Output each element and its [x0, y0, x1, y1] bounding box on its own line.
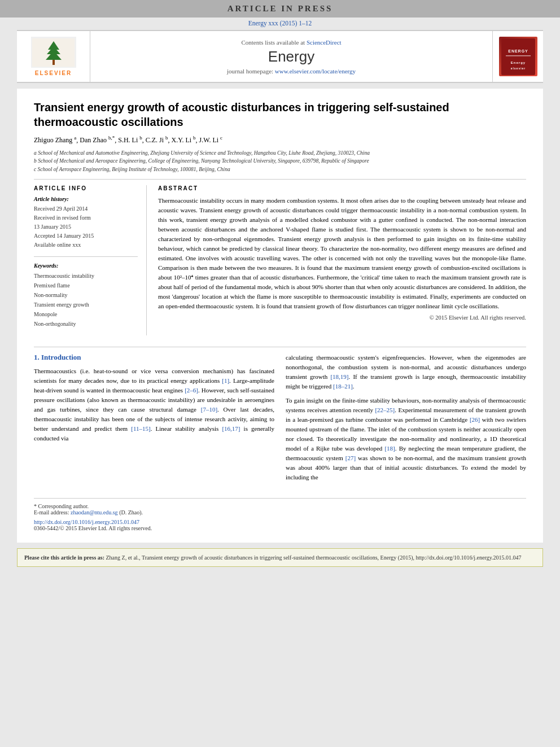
elsevier-logo-area: ELSEVIER [17, 31, 90, 82]
energy-logo-area: ENERGY Energy elsevier [492, 31, 543, 82]
email-note: E-mail address: zhaodan@ntu.edu.sg (D. Z… [34, 509, 526, 516]
intro-heading: 1. Introduction [34, 353, 274, 362]
homepage-line: journal homepage: www.elsevier.com/locat… [227, 68, 356, 75]
svg-rect-8 [506, 55, 531, 56]
cite-16-17[interactable]: [16,17] [222, 425, 240, 432]
journal-header-center: Contents lists available at ScienceDirec… [90, 31, 492, 82]
authors-line: Zhiguo Zhang a, Dan Zhao b,*, S.H. Li b,… [34, 135, 526, 145]
history-title: Article history: [34, 196, 138, 202]
abstract-copyright: © 2015 Elsevier Ltd. All rights reserved… [158, 314, 526, 321]
cite-26[interactable]: [26] [470, 416, 480, 423]
abstract-label: ABSTRACT [158, 185, 526, 191]
author-zhang-affil: a [74, 135, 76, 141]
received-date: Received 29 April 2014 [34, 204, 138, 213]
received-revised-label: Received in revised form [34, 213, 138, 222]
revised-date: 13 January 2015 [34, 222, 138, 231]
doi-line: http://dx.doi.org/10.1016/j.energy.2015.… [34, 519, 526, 525]
sciencedirect-line: Contents lists available at ScienceDirec… [241, 39, 341, 46]
svg-text:Energy: Energy [510, 61, 525, 64]
author-zhao: Dan Zhao [80, 136, 107, 144]
energy-journal-logo: ENERGY Energy elsevier [499, 37, 537, 76]
affiliation-b: b School of Mechanical and Aerospace Eng… [34, 157, 526, 165]
keywords-block: Keywords: Thermoacoustic instability Pre… [34, 263, 138, 329]
elsevier-logo: ELSEVIER [31, 37, 76, 76]
journal-header: ELSEVIER Contents lists available at Sci… [17, 30, 543, 83]
article-info-abstract-layout: ARTICLE INFO Article history: Received 2… [34, 185, 526, 335]
author-li-sh: S.H. Li [118, 136, 138, 144]
separator [34, 179, 526, 180]
journal-title: Energy [268, 48, 314, 65]
cite-18-21[interactable]: [18–21] [333, 383, 353, 390]
svg-text:ENERGY: ENERGY [508, 49, 528, 53]
cite-18-19[interactable]: [18,19] [330, 373, 348, 380]
affiliation-a: a School of Mechanical and Automotive En… [34, 149, 526, 157]
author-li-xy: X.Y. Li [172, 136, 191, 144]
elsevier-text-label: ELSEVIER [35, 70, 72, 76]
email-link[interactable]: zhaodan@ntu.edu.sg [71, 509, 118, 516]
article-info-label: ARTICLE INFO [34, 185, 138, 191]
article-title: Transient energy growth of acoustic dist… [34, 100, 526, 129]
keyword-2: Premixed flame [34, 281, 138, 290]
author-ji-affil: b [165, 135, 168, 141]
press-bar: ARTICLE IN PRESS [0, 0, 560, 18]
doi-link[interactable]: http://dx.doi.org/10.1016/j.energy.2015.… [34, 519, 139, 525]
intro-left-col: 1. Introduction Thermoacoustics (i.e. he… [34, 353, 274, 487]
svg-text:elsevier: elsevier [510, 67, 526, 70]
info-separator [34, 256, 138, 257]
journal-reference: Energy xxx (2015) 1–12 [0, 18, 560, 30]
article-history-block: Article history: Received 29 April 2014 … [34, 196, 138, 250]
affiliation-c: c School of Aerospace Engineering, Beiji… [34, 165, 526, 173]
tree-image [31, 37, 76, 68]
author-ji: C.Z. Ji [146, 136, 164, 144]
author-li-xy-affil: b [193, 135, 196, 141]
cite-22-25[interactable]: [22–25] [375, 407, 395, 413]
author-li-sh-affil: b [139, 135, 142, 141]
keyword-5: Monopole [34, 309, 138, 319]
issn-line: 0360-5442/© 2015 Elsevier Ltd. All right… [34, 525, 526, 531]
intro-para-3: To gain insight on the finite-time stabi… [286, 396, 526, 482]
sciencedirect-link[interactable]: ScienceDirect [307, 39, 342, 46]
available-online: Available online xxx [34, 241, 138, 250]
intro-right-col: calculating thermoacoustic system's eige… [286, 353, 526, 487]
keyword-1: Thermoacoustic instability [34, 271, 138, 281]
corresponding-note: * Corresponding author. [34, 503, 526, 509]
main-content: Transient energy growth of acoustic dist… [17, 89, 543, 543]
footnote-section: * Corresponding author. E-mail address: … [34, 498, 526, 531]
affiliations: a School of Mechanical and Automotive En… [34, 149, 526, 173]
cite-notice-bold: Please cite this article in press as: [24, 554, 104, 561]
cite-2-6[interactable]: [2–6] [185, 387, 198, 394]
cite-27[interactable]: [27] [345, 455, 356, 461]
author-zhao-affil: b,* [108, 135, 115, 141]
keyword-4: Transient energy growth [34, 300, 138, 309]
article-info-column: ARTICLE INFO Article history: Received 2… [34, 185, 147, 335]
introduction-section: 1. Introduction Thermoacoustics (i.e. he… [34, 347, 526, 487]
author-li-jw-affil: c [220, 135, 222, 141]
intro-two-col: 1. Introduction Thermoacoustics (i.e. he… [34, 353, 526, 487]
cite-11-15[interactable]: [11–15] [131, 425, 150, 432]
citation-notice: Please cite this article in press as: Zh… [17, 548, 543, 567]
keywords-title: Keywords: [34, 263, 138, 269]
intro-para-1: Thermoacoustics (i.e. heat-to-sound or v… [34, 366, 274, 443]
abstract-text: Thermoacoustic instability occurs in man… [158, 196, 526, 312]
svg-point-5 [53, 62, 55, 64]
cite-7-10[interactable]: [7–10] [201, 406, 217, 413]
keyword-6: Non-orthogonality [34, 319, 138, 329]
author-li-jw: J.W. Li [199, 136, 219, 144]
cite-notice-text: Zhang Z, et al., Transient energy growth… [106, 554, 522, 561]
homepage-link[interactable]: www.elsevier.com/locate/energy [275, 68, 356, 75]
accepted-date: Accepted 14 January 2015 [34, 231, 138, 241]
author-zhang: Zhiguo Zhang [34, 136, 72, 144]
keyword-3: Non-normality [34, 290, 138, 300]
abstract-column: ABSTRACT Thermoacoustic instability occu… [158, 185, 526, 335]
cite-1[interactable]: [1] [222, 377, 229, 384]
cite-18[interactable]: [18] [384, 445, 395, 452]
intro-para-2: calculating thermoacoustic system's eige… [286, 353, 526, 391]
